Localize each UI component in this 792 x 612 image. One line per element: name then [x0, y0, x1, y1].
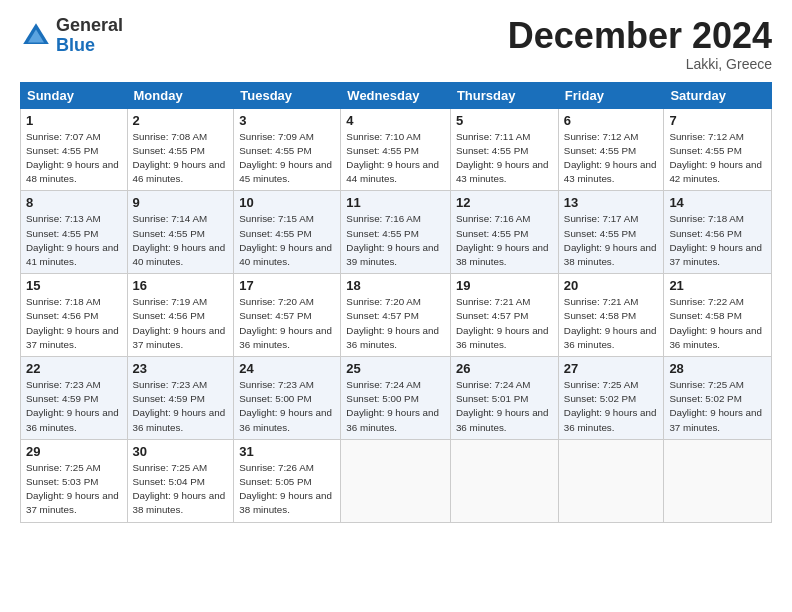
day-number: 1 — [26, 113, 122, 128]
day-number: 26 — [456, 361, 553, 376]
day-number: 11 — [346, 195, 445, 210]
day-info: Sunrise: 7:26 AMSunset: 5:05 PMDaylight:… — [239, 462, 332, 516]
cell-empty — [341, 439, 451, 522]
day-number: 18 — [346, 278, 445, 293]
week-row-1: 1Sunrise: 7:07 AMSunset: 4:55 PMDaylight… — [21, 108, 772, 191]
day-info: Sunrise: 7:12 AMSunset: 4:55 PMDaylight:… — [669, 131, 762, 185]
cell-5: 5Sunrise: 7:11 AMSunset: 4:55 PMDaylight… — [450, 108, 558, 191]
day-number: 15 — [26, 278, 122, 293]
cell-15: 15Sunrise: 7:18 AMSunset: 4:56 PMDayligh… — [21, 274, 128, 357]
week-row-4: 22Sunrise: 7:23 AMSunset: 4:59 PMDayligh… — [21, 357, 772, 440]
day-number: 12 — [456, 195, 553, 210]
cell-7: 7Sunrise: 7:12 AMSunset: 4:55 PMDaylight… — [664, 108, 772, 191]
cell-18: 18Sunrise: 7:20 AMSunset: 4:57 PMDayligh… — [341, 274, 451, 357]
cell-29: 29Sunrise: 7:25 AMSunset: 5:03 PMDayligh… — [21, 439, 128, 522]
day-number: 31 — [239, 444, 335, 459]
day-number: 30 — [133, 444, 229, 459]
day-info: Sunrise: 7:11 AMSunset: 4:55 PMDaylight:… — [456, 131, 549, 185]
calendar-body: 1Sunrise: 7:07 AMSunset: 4:55 PMDaylight… — [21, 108, 772, 522]
cell-16: 16Sunrise: 7:19 AMSunset: 4:56 PMDayligh… — [127, 274, 234, 357]
day-number: 6 — [564, 113, 659, 128]
day-number: 27 — [564, 361, 659, 376]
day-info: Sunrise: 7:25 AMSunset: 5:02 PMDaylight:… — [669, 379, 762, 433]
cell-14: 14Sunrise: 7:18 AMSunset: 4:56 PMDayligh… — [664, 191, 772, 274]
day-info: Sunrise: 7:20 AMSunset: 4:57 PMDaylight:… — [346, 296, 439, 350]
day-info: Sunrise: 7:23 AMSunset: 4:59 PMDaylight:… — [26, 379, 119, 433]
day-info: Sunrise: 7:25 AMSunset: 5:02 PMDaylight:… — [564, 379, 657, 433]
day-info: Sunrise: 7:21 AMSunset: 4:58 PMDaylight:… — [564, 296, 657, 350]
day-number: 22 — [26, 361, 122, 376]
day-number: 5 — [456, 113, 553, 128]
cell-20: 20Sunrise: 7:21 AMSunset: 4:58 PMDayligh… — [558, 274, 664, 357]
header-row: Sunday Monday Tuesday Wednesday Thursday… — [21, 82, 772, 108]
location: Lakki, Greece — [508, 56, 772, 72]
cell-empty — [664, 439, 772, 522]
day-info: Sunrise: 7:12 AMSunset: 4:55 PMDaylight:… — [564, 131, 657, 185]
logo-blue: Blue — [56, 36, 123, 56]
col-saturday: Saturday — [664, 82, 772, 108]
day-info: Sunrise: 7:22 AMSunset: 4:58 PMDaylight:… — [669, 296, 762, 350]
col-monday: Monday — [127, 82, 234, 108]
day-number: 23 — [133, 361, 229, 376]
day-info: Sunrise: 7:19 AMSunset: 4:56 PMDaylight:… — [133, 296, 226, 350]
cell-2: 2Sunrise: 7:08 AMSunset: 4:55 PMDaylight… — [127, 108, 234, 191]
cell-26: 26Sunrise: 7:24 AMSunset: 5:01 PMDayligh… — [450, 357, 558, 440]
day-number: 2 — [133, 113, 229, 128]
week-row-3: 15Sunrise: 7:18 AMSunset: 4:56 PMDayligh… — [21, 274, 772, 357]
day-info: Sunrise: 7:13 AMSunset: 4:55 PMDaylight:… — [26, 213, 119, 267]
cell-22: 22Sunrise: 7:23 AMSunset: 4:59 PMDayligh… — [21, 357, 128, 440]
cell-9: 9Sunrise: 7:14 AMSunset: 4:55 PMDaylight… — [127, 191, 234, 274]
cell-10: 10Sunrise: 7:15 AMSunset: 4:55 PMDayligh… — [234, 191, 341, 274]
day-number: 13 — [564, 195, 659, 210]
calendar-table: Sunday Monday Tuesday Wednesday Thursday… — [20, 82, 772, 523]
day-number: 24 — [239, 361, 335, 376]
day-number: 29 — [26, 444, 122, 459]
day-info: Sunrise: 7:08 AMSunset: 4:55 PMDaylight:… — [133, 131, 226, 185]
logo-general: General — [56, 16, 123, 36]
cell-25: 25Sunrise: 7:24 AMSunset: 5:00 PMDayligh… — [341, 357, 451, 440]
day-info: Sunrise: 7:25 AMSunset: 5:04 PMDaylight:… — [133, 462, 226, 516]
col-sunday: Sunday — [21, 82, 128, 108]
day-info: Sunrise: 7:10 AMSunset: 4:55 PMDaylight:… — [346, 131, 439, 185]
cell-empty — [558, 439, 664, 522]
cell-30: 30Sunrise: 7:25 AMSunset: 5:04 PMDayligh… — [127, 439, 234, 522]
cell-23: 23Sunrise: 7:23 AMSunset: 4:59 PMDayligh… — [127, 357, 234, 440]
day-info: Sunrise: 7:25 AMSunset: 5:03 PMDaylight:… — [26, 462, 119, 516]
day-number: 3 — [239, 113, 335, 128]
week-row-5: 29Sunrise: 7:25 AMSunset: 5:03 PMDayligh… — [21, 439, 772, 522]
day-number: 4 — [346, 113, 445, 128]
day-number: 8 — [26, 195, 122, 210]
cell-19: 19Sunrise: 7:21 AMSunset: 4:57 PMDayligh… — [450, 274, 558, 357]
page: General Blue December 2024 Lakki, Greece… — [0, 0, 792, 612]
day-info: Sunrise: 7:24 AMSunset: 5:01 PMDaylight:… — [456, 379, 549, 433]
day-number: 28 — [669, 361, 766, 376]
cell-17: 17Sunrise: 7:20 AMSunset: 4:57 PMDayligh… — [234, 274, 341, 357]
day-number: 9 — [133, 195, 229, 210]
logo: General Blue — [20, 16, 123, 56]
cell-empty — [450, 439, 558, 522]
day-info: Sunrise: 7:24 AMSunset: 5:00 PMDaylight:… — [346, 379, 439, 433]
cell-1: 1Sunrise: 7:07 AMSunset: 4:55 PMDaylight… — [21, 108, 128, 191]
day-info: Sunrise: 7:20 AMSunset: 4:57 PMDaylight:… — [239, 296, 332, 350]
cell-24: 24Sunrise: 7:23 AMSunset: 5:00 PMDayligh… — [234, 357, 341, 440]
cell-31: 31Sunrise: 7:26 AMSunset: 5:05 PMDayligh… — [234, 439, 341, 522]
day-info: Sunrise: 7:23 AMSunset: 5:00 PMDaylight:… — [239, 379, 332, 433]
col-friday: Friday — [558, 82, 664, 108]
day-number: 16 — [133, 278, 229, 293]
day-info: Sunrise: 7:17 AMSunset: 4:55 PMDaylight:… — [564, 213, 657, 267]
day-number: 10 — [239, 195, 335, 210]
cell-11: 11Sunrise: 7:16 AMSunset: 4:55 PMDayligh… — [341, 191, 451, 274]
cell-8: 8Sunrise: 7:13 AMSunset: 4:55 PMDaylight… — [21, 191, 128, 274]
day-info: Sunrise: 7:18 AMSunset: 4:56 PMDaylight:… — [26, 296, 119, 350]
cell-4: 4Sunrise: 7:10 AMSunset: 4:55 PMDaylight… — [341, 108, 451, 191]
cell-28: 28Sunrise: 7:25 AMSunset: 5:02 PMDayligh… — [664, 357, 772, 440]
col-wednesday: Wednesday — [341, 82, 451, 108]
day-number: 25 — [346, 361, 445, 376]
day-info: Sunrise: 7:15 AMSunset: 4:55 PMDaylight:… — [239, 213, 332, 267]
day-info: Sunrise: 7:07 AMSunset: 4:55 PMDaylight:… — [26, 131, 119, 185]
day-number: 7 — [669, 113, 766, 128]
day-info: Sunrise: 7:18 AMSunset: 4:56 PMDaylight:… — [669, 213, 762, 267]
cell-12: 12Sunrise: 7:16 AMSunset: 4:55 PMDayligh… — [450, 191, 558, 274]
cell-27: 27Sunrise: 7:25 AMSunset: 5:02 PMDayligh… — [558, 357, 664, 440]
day-number: 17 — [239, 278, 335, 293]
